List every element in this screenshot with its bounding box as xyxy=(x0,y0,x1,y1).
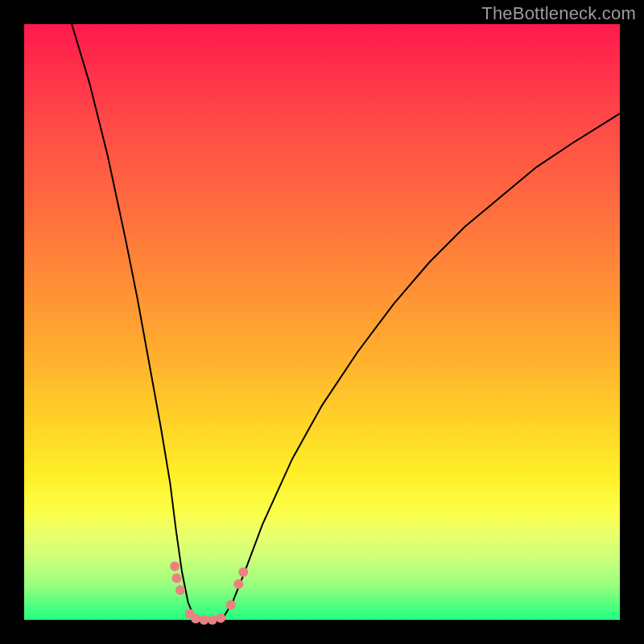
curve-marker xyxy=(170,561,180,571)
curve-marker xyxy=(175,585,185,595)
curve-marker xyxy=(200,615,209,625)
curve-marker xyxy=(191,614,200,624)
curve-marker xyxy=(238,568,248,577)
curve-marker xyxy=(208,615,217,625)
bottleneck-curve xyxy=(24,24,620,620)
plot-area xyxy=(24,24,620,620)
curve-marker xyxy=(233,580,243,589)
watermark-text: TheBottleneck.com xyxy=(481,3,636,24)
curve-marker xyxy=(171,573,181,583)
chart-frame: TheBottleneck.com xyxy=(0,0,644,644)
curve-marker xyxy=(216,613,225,623)
curve-path xyxy=(72,24,620,620)
curve-marker xyxy=(226,601,236,610)
